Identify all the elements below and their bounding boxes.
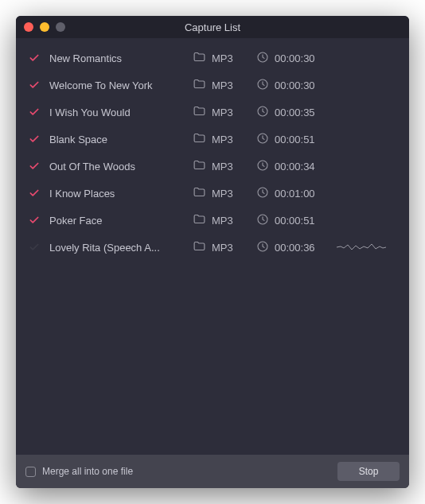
checkmark-icon bbox=[27, 188, 41, 199]
clock-icon bbox=[256, 78, 269, 93]
duration-group: 00:00:51 bbox=[256, 213, 332, 228]
duration-label: 00:00:51 bbox=[275, 215, 315, 227]
duration-label: 00:00:30 bbox=[275, 52, 315, 64]
minimize-button[interactable] bbox=[40, 22, 49, 32]
track-name: Blank Space bbox=[49, 134, 193, 145]
checkmark-icon bbox=[27, 161, 41, 172]
duration-group: 00:00:35 bbox=[256, 105, 332, 120]
folder-icon bbox=[193, 239, 206, 255]
track-name: Lovely Rita (Speech A... bbox=[49, 242, 193, 254]
track-name: Poker Face bbox=[49, 215, 193, 227]
format-group: MP3 bbox=[193, 50, 256, 66]
track-name: Welcome To New York bbox=[49, 79, 193, 91]
stop-button[interactable]: Stop bbox=[337, 462, 400, 481]
clock-icon bbox=[256, 105, 269, 120]
track-name: I Know Places bbox=[49, 188, 193, 200]
folder-icon bbox=[193, 50, 206, 66]
duration-label: 00:01:00 bbox=[275, 188, 315, 200]
format-label: MP3 bbox=[212, 215, 233, 227]
format-group: MP3 bbox=[193, 239, 256, 255]
format-label: MP3 bbox=[212, 161, 233, 173]
duration-group: 00:00:30 bbox=[256, 51, 332, 66]
duration-group: 00:00:34 bbox=[256, 159, 332, 174]
track-list: New RomanticsMP300:00:30Welcome To New Y… bbox=[16, 38, 409, 455]
checkmark-icon bbox=[27, 134, 41, 145]
track-row[interactable]: New RomanticsMP300:00:30 bbox=[16, 45, 409, 72]
duration-label: 00:00:51 bbox=[275, 134, 315, 145]
format-label: MP3 bbox=[212, 52, 233, 64]
track-row[interactable]: Lovely Rita (Speech A...MP300:00:36 bbox=[16, 234, 409, 261]
clock-icon bbox=[256, 186, 269, 201]
close-button[interactable] bbox=[24, 22, 33, 32]
track-row[interactable]: I Know PlacesMP300:01:00 bbox=[16, 180, 409, 207]
folder-icon bbox=[193, 212, 206, 228]
track-row[interactable]: I Wish You WouldMP300:00:35 bbox=[16, 99, 409, 126]
track-row[interactable]: Out Of The WoodsMP300:00:34 bbox=[16, 153, 409, 180]
titlebar: Capture List bbox=[16, 16, 409, 38]
clock-icon bbox=[256, 213, 269, 228]
maximize-button[interactable] bbox=[56, 22, 65, 32]
checkmark-icon bbox=[27, 107, 41, 118]
checkmark-icon bbox=[27, 215, 41, 226]
duration-group: 00:01:00 bbox=[256, 186, 332, 201]
clock-icon bbox=[256, 240, 269, 255]
format-group: MP3 bbox=[193, 131, 256, 147]
format-label: MP3 bbox=[212, 79, 233, 91]
format-label: MP3 bbox=[212, 134, 233, 145]
merge-label: Merge all into one file bbox=[42, 466, 331, 477]
format-group: MP3 bbox=[193, 212, 256, 228]
clock-icon bbox=[256, 159, 269, 174]
format-label: MP3 bbox=[212, 242, 233, 254]
format-group: MP3 bbox=[193, 185, 256, 201]
duration-group: 00:00:36 bbox=[256, 240, 332, 255]
capture-list-window: Capture List New RomanticsMP300:00:30Wel… bbox=[16, 16, 409, 488]
track-row[interactable]: Blank SpaceMP300:00:51 bbox=[16, 126, 409, 153]
duration-group: 00:00:30 bbox=[256, 78, 332, 93]
clock-icon bbox=[256, 51, 269, 66]
track-name: Out Of The Woods bbox=[49, 161, 193, 173]
folder-icon bbox=[193, 158, 206, 174]
format-label: MP3 bbox=[212, 107, 233, 118]
format-group: MP3 bbox=[193, 104, 256, 120]
track-row[interactable]: Poker FaceMP300:00:51 bbox=[16, 207, 409, 234]
checkmark-icon bbox=[27, 79, 41, 91]
duration-label: 00:00:36 bbox=[275, 242, 315, 254]
folder-icon bbox=[193, 77, 206, 93]
checkmark-icon bbox=[27, 52, 41, 64]
track-row[interactable]: Welcome To New YorkMP300:00:30 bbox=[16, 72, 409, 99]
merge-checkbox[interactable] bbox=[25, 467, 36, 477]
track-name: I Wish You Would bbox=[49, 107, 193, 118]
folder-icon bbox=[193, 185, 206, 201]
window-title: Capture List bbox=[16, 21, 409, 33]
folder-icon bbox=[193, 131, 206, 147]
duration-label: 00:00:30 bbox=[275, 79, 315, 91]
format-label: MP3 bbox=[212, 188, 233, 200]
folder-icon bbox=[193, 104, 206, 120]
clock-icon bbox=[256, 132, 269, 147]
waveform-icon bbox=[332, 240, 398, 254]
duration-label: 00:00:35 bbox=[275, 107, 315, 118]
duration-group: 00:00:51 bbox=[256, 132, 332, 147]
duration-label: 00:00:34 bbox=[275, 161, 315, 173]
track-name: New Romantics bbox=[49, 52, 193, 64]
format-group: MP3 bbox=[193, 77, 256, 93]
format-group: MP3 bbox=[193, 158, 256, 174]
window-controls bbox=[16, 22, 65, 32]
checkmark-icon bbox=[27, 242, 41, 253]
footer-bar: Merge all into one file Stop bbox=[16, 455, 409, 488]
